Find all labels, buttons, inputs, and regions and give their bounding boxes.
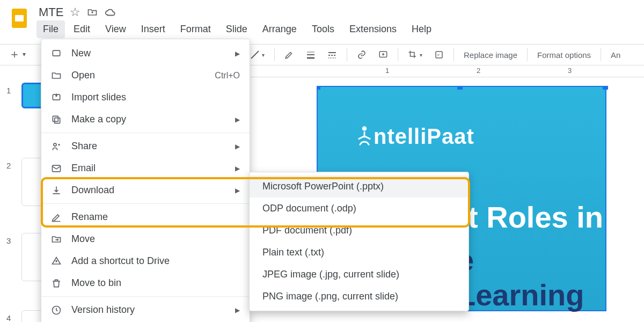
download-submenu: Microsoft PowerPoint (.pptx) ODP documen… (249, 172, 469, 311)
thumb-number: 2 (6, 161, 11, 170)
menu-separator (41, 133, 250, 133)
link-icon[interactable] (353, 48, 371, 62)
menu-view[interactable]: View (99, 20, 133, 38)
menu-item-shortcut[interactable]: Add a shortcut to Drive (41, 250, 250, 272)
menu-item-download[interactable]: Download▶ (41, 179, 250, 201)
move-icon (51, 234, 62, 245)
brand-logo-text: ntelliPaat (355, 125, 474, 149)
submenu-item-pptx[interactable]: Microsoft PowerPoint (.pptx) (250, 175, 469, 197)
brand-text: ntelliPaat (374, 125, 474, 149)
svg-point-16 (54, 143, 56, 146)
line-dash-icon[interactable] (323, 48, 341, 62)
brand-icon (355, 125, 374, 149)
submenu-arrow-icon: ▶ (235, 143, 240, 150)
label: Add a shortcut to Drive (71, 255, 240, 267)
menu-item-copy[interactable]: Make a copy▶ (41, 108, 250, 130)
resize-handle[interactable] (603, 86, 608, 90)
menu-insert[interactable]: Insert (135, 20, 172, 38)
thumb-number: 4 (6, 313, 11, 322)
menu-bar: File Edit View Insert Format Slide Arran… (36, 20, 639, 38)
menu-item-new[interactable]: New▶ (41, 42, 250, 64)
svg-rect-12 (53, 50, 60, 56)
svg-rect-1 (15, 15, 24, 21)
ruler-tick: 3 (568, 67, 572, 75)
menu-edit[interactable]: Edit (67, 20, 97, 38)
menu-item-import[interactable]: Import slides (41, 86, 250, 108)
submenu-item-pdf[interactable]: PDF document (.pdf) (250, 219, 469, 241)
slides-logo (9, 8, 30, 29)
separator (527, 48, 528, 61)
label: Import slides (71, 92, 240, 103)
doc-info: MTE ☆ File Edit View Insert Format Slide… (36, 4, 639, 38)
submenu-item-jpeg[interactable]: JPEG image (.jpg, current slide) (250, 264, 469, 286)
shortcut: Ctrl+O (215, 71, 240, 80)
drive-shortcut-icon (51, 256, 62, 267)
svg-point-11 (362, 126, 367, 131)
menu-separator (41, 203, 250, 204)
menu-slide[interactable]: Slide (219, 20, 254, 38)
menu-item-bin[interactable]: Move to bin (41, 272, 250, 294)
truncated-button[interactable]: An (606, 48, 625, 62)
menu-item-open[interactable]: OpenCtrl+O (41, 64, 250, 86)
ruler-tick: 2 (477, 67, 480, 75)
replace-image-button[interactable]: Replace image (459, 48, 522, 62)
thumb-number: 1 (6, 86, 11, 95)
top-bar: MTE ☆ File Edit View Insert Format Slide… (0, 0, 644, 38)
menu-separator (41, 296, 250, 297)
ruler-tick: 1 (385, 67, 389, 75)
menu-extensions[interactable]: Extensions (343, 20, 403, 38)
submenu-item-odp[interactable]: ODP document (.odp) (250, 197, 469, 219)
menu-item-version[interactable]: Version history▶ (41, 299, 250, 321)
rename-icon (51, 212, 62, 223)
thumb-number: 3 (6, 236, 11, 245)
submenu-arrow-icon: ▶ (235, 306, 240, 314)
resize-handle[interactable] (317, 86, 320, 90)
label: Open (71, 70, 205, 81)
menu-format[interactable]: Format (174, 20, 217, 38)
submenu-arrow-icon: ▶ (235, 50, 240, 57)
separator (601, 48, 601, 61)
menu-item-rename[interactable]: Rename (41, 206, 250, 228)
submenu-arrow-icon: ▶ (235, 116, 240, 123)
label: Make a copy (71, 114, 225, 125)
menu-help[interactable]: Help (405, 20, 438, 38)
download-icon (51, 185, 62, 196)
submenu-arrow-icon: ▶ (235, 165, 240, 172)
menu-item-email[interactable]: Email▶ (41, 157, 250, 179)
new-slide-button[interactable]: ＋ ▾ (9, 46, 26, 62)
menu-item-move[interactable]: Move (41, 228, 250, 250)
cloud-status-icon[interactable] (104, 6, 116, 18)
label: New (71, 48, 225, 59)
history-icon (51, 305, 62, 316)
crop-icon[interactable]: ▾ (404, 48, 427, 62)
separator (453, 48, 454, 61)
menu-arrange[interactable]: Arrange (256, 20, 303, 38)
doc-title[interactable]: MTE (39, 5, 63, 19)
new-icon (51, 48, 62, 59)
submenu-item-txt[interactable]: Plain text (.txt) (250, 241, 469, 264)
email-icon (51, 163, 62, 174)
move-folder-icon[interactable] (87, 7, 98, 18)
trash-icon (51, 278, 62, 289)
file-menu-dropdown: New▶ OpenCtrl+O Import slides Make a cop… (41, 39, 250, 322)
menu-item-share[interactable]: Share▶ (41, 135, 250, 157)
format-options-button[interactable]: Format options (533, 48, 595, 62)
label: Email (71, 163, 225, 174)
star-icon[interactable]: ☆ (70, 5, 80, 19)
separator (274, 48, 275, 61)
reset-image-icon[interactable] (430, 48, 448, 62)
pen-icon[interactable] (280, 48, 298, 62)
separator (398, 48, 398, 61)
label: Rename (71, 211, 240, 223)
submenu-item-png[interactable]: PNG image (.png, current slide) (250, 286, 469, 308)
import-icon (51, 92, 62, 103)
label: Version history (71, 304, 225, 316)
menu-tools[interactable]: Tools (305, 20, 341, 38)
comment-icon[interactable] (374, 48, 392, 62)
menu-file[interactable]: File (36, 20, 65, 38)
line-weight-icon[interactable] (302, 48, 320, 62)
svg-line-2 (251, 51, 259, 58)
resize-handle[interactable] (457, 86, 463, 90)
label: Share (71, 141, 225, 152)
label: Download (71, 185, 225, 196)
